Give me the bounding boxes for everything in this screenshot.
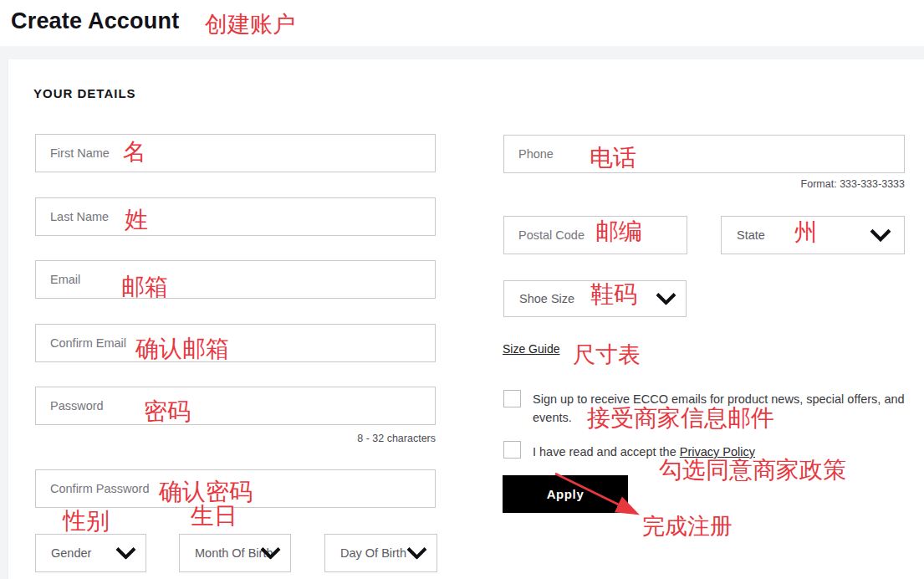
apply-button[interactable]: Apply bbox=[503, 475, 628, 513]
last-name-input[interactable] bbox=[35, 197, 436, 236]
month-of-birth-select[interactable]: Month Of Birth bbox=[179, 534, 291, 572]
newsletter-checkbox-label: Sign up to receive ECCO emails for produ… bbox=[533, 390, 911, 427]
postal-code-input[interactable] bbox=[503, 216, 687, 254]
page-title: Create Account bbox=[11, 8, 179, 34]
password-input[interactable] bbox=[35, 387, 436, 425]
state-select[interactable]: State bbox=[721, 216, 905, 254]
day-of-birth-select[interactable]: Day Of Birth bbox=[324, 534, 437, 572]
email-input[interactable] bbox=[35, 260, 436, 299]
first-name-input[interactable] bbox=[35, 134, 436, 172]
chevron-down-icon bbox=[115, 547, 136, 560]
create-account-page: Create Account YOUR DETAILS 8 - 32 chara… bbox=[0, 0, 924, 579]
privacy-label-text: I have read and accept the bbox=[533, 445, 680, 459]
day-of-birth-select-label: Day Of Birth bbox=[340, 546, 406, 560]
confirm-email-input[interactable] bbox=[35, 324, 436, 362]
gender-select-label: Gender bbox=[51, 546, 91, 560]
chevron-down-icon bbox=[260, 547, 281, 560]
shoe-size-select-label: Shoe Size bbox=[519, 292, 574, 305]
phone-format-hint: Format: 333-333-3333 bbox=[503, 178, 905, 190]
section-heading: YOUR DETAILS bbox=[33, 86, 136, 100]
chevron-down-icon bbox=[656, 293, 676, 305]
privacy-checkbox-label: I have read and accept the Privacy Polic… bbox=[533, 443, 755, 461]
chevron-down-icon bbox=[406, 547, 427, 560]
privacy-policy-link[interactable]: Privacy Policy bbox=[680, 445, 755, 459]
state-select-label: State bbox=[737, 228, 765, 242]
chevron-down-icon bbox=[870, 228, 891, 242]
privacy-checkbox[interactable] bbox=[503, 441, 521, 459]
size-guide-link[interactable]: Size Guide bbox=[503, 342, 559, 356]
shoe-size-select[interactable]: Shoe Size bbox=[503, 280, 687, 317]
phone-input[interactable] bbox=[503, 135, 905, 173]
newsletter-checkbox[interactable] bbox=[503, 390, 521, 407]
confirm-password-input[interactable] bbox=[35, 469, 436, 508]
gender-select[interactable]: Gender bbox=[35, 534, 146, 572]
header-band: Create Account bbox=[0, 0, 924, 46]
password-hint: 8 - 32 characters bbox=[35, 433, 436, 444]
